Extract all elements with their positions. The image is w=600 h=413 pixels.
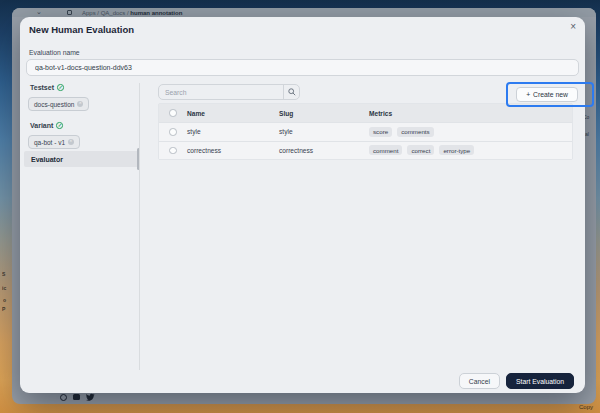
table-header-row: Name Slug Metrics bbox=[159, 104, 572, 122]
app-icon bbox=[67, 10, 72, 15]
chevron-down-icon[interactable]: ⌄ bbox=[36, 8, 42, 16]
column-header-slug: Slug bbox=[278, 110, 368, 117]
twitter-icon[interactable] bbox=[86, 393, 95, 401]
footer-social-icons bbox=[60, 393, 95, 401]
modal-footer: Cancel Start Evaluation bbox=[459, 373, 574, 389]
close-icon[interactable]: × bbox=[570, 22, 576, 32]
sidebar-item-evaluator[interactable]: Evaluator bbox=[24, 151, 140, 167]
cell-name: style bbox=[186, 128, 278, 135]
search-icon bbox=[288, 88, 296, 96]
variant-section-label: Variant bbox=[30, 122, 63, 129]
breadcrumb-current: human annotation bbox=[130, 10, 182, 16]
column-header-name: Name bbox=[186, 110, 278, 117]
check-circle-icon bbox=[56, 122, 63, 129]
variant-tag[interactable]: qa-bot - v1 bbox=[28, 135, 80, 149]
metric-badge: error-type bbox=[439, 145, 474, 155]
cell-name: correctness bbox=[186, 147, 278, 154]
row-checkbox[interactable] bbox=[169, 147, 177, 155]
breadcrumb-path: Apps / QA_docs / bbox=[82, 10, 130, 16]
evaluation-name-label: Evaluation name bbox=[29, 49, 80, 56]
testset-tag-label: docs-question bbox=[34, 101, 74, 108]
linkedin-icon[interactable] bbox=[73, 394, 80, 401]
search-input[interactable] bbox=[159, 85, 283, 99]
create-new-button[interactable]: + Create new bbox=[516, 87, 578, 102]
start-evaluation-button[interactable]: Start Evaluation bbox=[506, 373, 574, 389]
background-text-fragment: al bbox=[585, 131, 589, 137]
testset-section-label: Testset bbox=[30, 84, 64, 91]
desktop-wallpaper: S ic o P ⌄ Apps / QA_docs / human annota… bbox=[0, 0, 600, 413]
check-circle-icon bbox=[57, 84, 64, 91]
metric-badge: comments bbox=[397, 127, 434, 137]
create-new-label: Create new bbox=[533, 91, 568, 98]
cell-slug: correctness bbox=[278, 147, 368, 154]
variant-tag-label: qa-bot - v1 bbox=[34, 139, 65, 146]
copyright-fragment: Copy bbox=[579, 404, 593, 410]
cancel-button[interactable]: Cancel bbox=[459, 373, 500, 389]
sidebar-divider bbox=[139, 83, 140, 370]
desktop-fragment: S bbox=[2, 271, 5, 277]
evaluator-label: Evaluator bbox=[31, 156, 63, 163]
testset-tag[interactable]: docs-question bbox=[28, 97, 89, 111]
cell-metrics: scorecomments bbox=[368, 127, 572, 137]
desktop-fragment: ic bbox=[2, 285, 6, 291]
new-human-evaluation-modal: New Human Evaluation × Evaluation name T… bbox=[20, 17, 585, 393]
row-checkbox[interactable] bbox=[169, 128, 177, 136]
search-icon-button[interactable] bbox=[283, 85, 299, 99]
cell-metrics: commentcorrecterror-type bbox=[368, 145, 572, 155]
column-header-metrics: Metrics bbox=[368, 110, 572, 117]
cell-slug: style bbox=[278, 128, 368, 135]
testset-label-text: Testset bbox=[30, 84, 54, 91]
metric-badge: score bbox=[369, 127, 392, 137]
variant-label-text: Variant bbox=[30, 122, 53, 129]
desktop-fragment: P bbox=[2, 306, 5, 312]
breadcrumb[interactable]: Apps / QA_docs / human annotation bbox=[82, 10, 182, 16]
remove-tag-icon[interactable] bbox=[68, 139, 74, 145]
desktop-fragment: o bbox=[3, 297, 6, 303]
evaluator-search bbox=[158, 84, 300, 100]
plus-icon: + bbox=[526, 91, 530, 98]
table-row[interactable]: correctness correctness commentcorrecter… bbox=[159, 141, 572, 160]
table-row[interactable]: style style scorecomments bbox=[159, 122, 572, 141]
select-all-checkbox[interactable] bbox=[169, 109, 177, 117]
breadcrumb-bar: ⌄ Apps / QA_docs / human annotation bbox=[12, 8, 596, 17]
evaluation-name-input[interactable] bbox=[26, 59, 579, 76]
github-icon[interactable] bbox=[60, 394, 67, 401]
evaluator-table: Name Slug Metrics style style scorecomme… bbox=[158, 103, 573, 160]
remove-tag-icon[interactable] bbox=[77, 101, 83, 107]
metric-badge: comment bbox=[369, 145, 402, 155]
modal-title: New Human Evaluation bbox=[29, 24, 134, 35]
metric-badge: correct bbox=[407, 145, 434, 155]
